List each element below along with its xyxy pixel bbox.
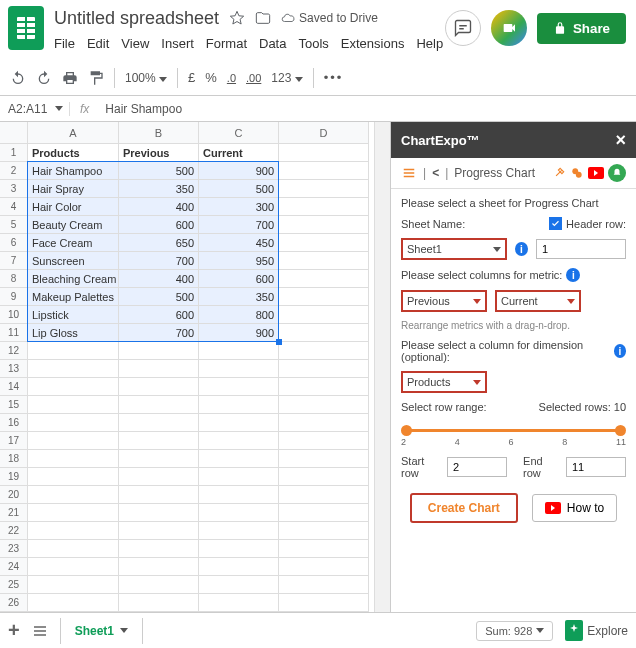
cell[interactable] — [279, 396, 369, 414]
cell[interactable] — [279, 486, 369, 504]
cell[interactable]: 650 — [119, 234, 199, 252]
cell[interactable] — [279, 450, 369, 468]
cell[interactable] — [279, 288, 369, 306]
more-icon[interactable]: ••• — [324, 70, 344, 85]
currency-button[interactable]: £ — [188, 70, 195, 85]
cell[interactable]: 400 — [119, 270, 199, 288]
row-header[interactable]: 8 — [0, 270, 28, 288]
row-range-slider[interactable]: 2 4 6 8 11 — [401, 423, 626, 447]
cell[interactable] — [279, 432, 369, 450]
cell[interactable] — [199, 450, 279, 468]
cell[interactable]: Makeup Palettes — [28, 288, 119, 306]
menu-icon[interactable] — [401, 166, 417, 180]
sheet-select[interactable]: Sheet1 — [401, 238, 507, 260]
row-header[interactable]: 6 — [0, 234, 28, 252]
header-row-input[interactable] — [536, 239, 626, 259]
cell[interactable] — [119, 576, 199, 594]
cell[interactable] — [199, 378, 279, 396]
cell[interactable]: 450 — [199, 234, 279, 252]
row-header[interactable]: 1 — [0, 144, 28, 162]
spreadsheet-grid[interactable]: A B C D 12345678910111213141516171819202… — [0, 122, 390, 612]
row-header[interactable]: 21 — [0, 504, 28, 522]
dec-dec-button[interactable]: .0 — [227, 72, 236, 84]
row-header[interactable]: 17 — [0, 432, 28, 450]
back-icon[interactable]: < — [432, 166, 439, 180]
undo-icon[interactable] — [10, 70, 26, 86]
cell[interactable]: Bleaching Cream — [28, 270, 119, 288]
cell[interactable] — [28, 558, 119, 576]
cell[interactable] — [119, 414, 199, 432]
cell[interactable] — [28, 450, 119, 468]
scrollbar-vertical[interactable] — [374, 122, 390, 612]
row-header[interactable]: 19 — [0, 468, 28, 486]
row-header[interactable]: 14 — [0, 378, 28, 396]
wand-icon[interactable] — [552, 166, 566, 180]
share-button[interactable]: Share — [537, 13, 626, 44]
coins-icon[interactable] — [570, 166, 584, 180]
end-row-input[interactable] — [566, 457, 626, 477]
cell[interactable] — [279, 558, 369, 576]
cell[interactable] — [199, 576, 279, 594]
cell[interactable] — [28, 576, 119, 594]
cell[interactable] — [279, 180, 369, 198]
cell[interactable]: 500 — [119, 288, 199, 306]
menu-file[interactable]: File — [54, 36, 75, 51]
percent-button[interactable]: % — [205, 70, 217, 85]
cell[interactable]: Products — [28, 144, 119, 162]
row-header[interactable]: 4 — [0, 198, 28, 216]
cell[interactable] — [279, 576, 369, 594]
cell[interactable] — [28, 504, 119, 522]
cell[interactable]: 900 — [199, 324, 279, 342]
cell[interactable] — [279, 360, 369, 378]
row-header[interactable]: 25 — [0, 576, 28, 594]
row-header[interactable]: 26 — [0, 594, 28, 612]
zoom-select[interactable]: 100% — [125, 71, 167, 85]
print-icon[interactable] — [62, 70, 78, 86]
cell[interactable] — [279, 468, 369, 486]
col-header-a[interactable]: A — [28, 122, 119, 144]
cell[interactable] — [28, 342, 119, 360]
cell[interactable] — [119, 450, 199, 468]
row-header[interactable]: 24 — [0, 558, 28, 576]
cell[interactable] — [279, 342, 369, 360]
cell[interactable]: 350 — [199, 288, 279, 306]
dimension-select[interactable]: Products — [401, 371, 487, 393]
cell[interactable] — [28, 486, 119, 504]
cell[interactable] — [119, 486, 199, 504]
cell[interactable] — [119, 468, 199, 486]
cell[interactable] — [199, 504, 279, 522]
cell[interactable] — [279, 234, 369, 252]
info-icon[interactable]: i — [515, 242, 528, 256]
row-header[interactable]: 15 — [0, 396, 28, 414]
cell[interactable] — [199, 396, 279, 414]
start-row-input[interactable] — [447, 457, 507, 477]
cell[interactable] — [28, 396, 119, 414]
cell[interactable] — [28, 432, 119, 450]
cell[interactable] — [279, 162, 369, 180]
cell[interactable]: 500 — [119, 162, 199, 180]
cell[interactable] — [279, 540, 369, 558]
cell[interactable] — [199, 342, 279, 360]
row-header[interactable]: 2 — [0, 162, 28, 180]
quicksum[interactable]: Sum: 928 — [476, 621, 553, 641]
row-header[interactable]: 11 — [0, 324, 28, 342]
cell[interactable] — [279, 414, 369, 432]
cell[interactable] — [119, 396, 199, 414]
inc-dec-button[interactable]: .00 — [246, 72, 261, 84]
cell[interactable]: Lipstick — [28, 306, 119, 324]
cell[interactable]: Previous — [119, 144, 199, 162]
sheets-logo[interactable] — [8, 6, 44, 50]
cell[interactable] — [279, 270, 369, 288]
cell[interactable] — [119, 522, 199, 540]
menu-view[interactable]: View — [121, 36, 149, 51]
menu-insert[interactable]: Insert — [161, 36, 194, 51]
namebox[interactable]: A2:A11 — [0, 102, 70, 116]
cell[interactable] — [28, 468, 119, 486]
cell[interactable] — [119, 504, 199, 522]
cell[interactable] — [119, 432, 199, 450]
cell[interactable] — [279, 378, 369, 396]
row-header[interactable]: 5 — [0, 216, 28, 234]
formula-input[interactable]: Hair Shampoo — [99, 102, 636, 116]
menu-help[interactable]: Help — [416, 36, 443, 51]
star-icon[interactable] — [229, 10, 245, 26]
